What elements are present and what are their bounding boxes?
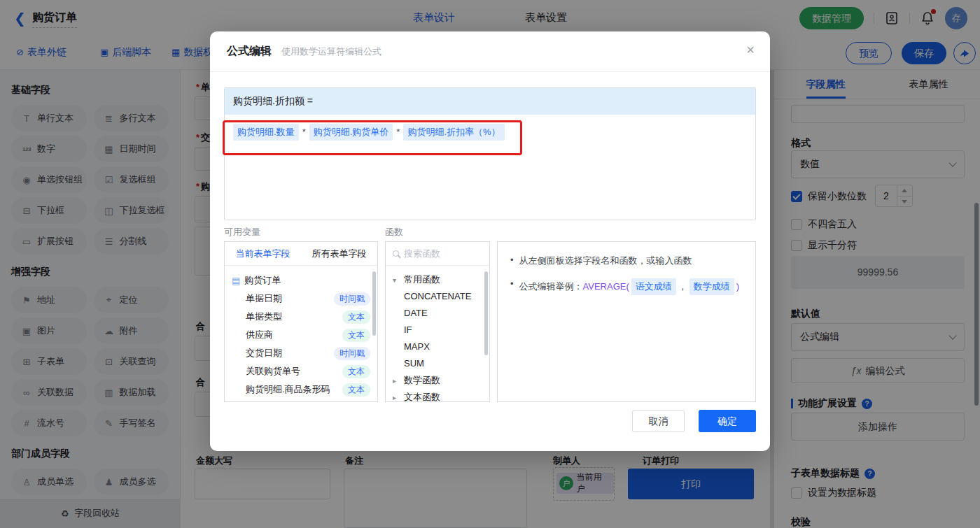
close-icon[interactable]: × (746, 43, 755, 57)
variable-type-badge: 时间戳 (334, 347, 370, 360)
function-search[interactable] (386, 242, 489, 266)
document-icon: ▤ (232, 276, 240, 286)
tab-all-form-fields[interactable]: 所有表单字段 (301, 242, 377, 265)
variables-tabs: 当前表单字段 所有表单字段 (225, 242, 377, 266)
confirm-button[interactable]: 确定 (699, 410, 756, 432)
function-search-input[interactable] (404, 248, 482, 259)
variables-label: 可用变量 (224, 226, 260, 238)
function-item[interactable]: SUM (393, 355, 482, 372)
operator: * (396, 127, 400, 137)
formula-target: 购货明细.折扣额 = (225, 88, 755, 115)
search-icon (393, 250, 399, 257)
functions-scrollbar[interactable] (484, 271, 488, 355)
example-field-chip: 数学成绩 (690, 278, 734, 295)
example-function-name: AVERAGE( (583, 281, 629, 292)
function-group[interactable]: ▸数学函数 (393, 372, 482, 389)
function-group[interactable]: ▾常用函数 (393, 271, 482, 288)
form-root-node[interactable]: ▤ 购货订单 (232, 271, 370, 290)
function-group-name: 常用函数 (404, 273, 440, 286)
function-group-name: 数学函数 (404, 374, 440, 387)
variable-field-row[interactable]: 购货明细.商品条形码文本 (232, 380, 370, 399)
formula-token[interactable]: 购货明细.数量 (233, 124, 299, 141)
modal-title: 公式编辑 (227, 44, 272, 59)
variables-panel: 当前表单字段 所有表单字段 ▤ 购货订单 单据日期时间戳单据类型文本供应商文本交… (224, 241, 378, 402)
formula-token[interactable]: 购货明细.折扣率（%） (403, 124, 504, 141)
chevron-down-icon: ▾ (393, 276, 400, 284)
chevron-right-icon: ▸ (393, 377, 400, 385)
variable-rows: 单据日期时间戳单据类型文本供应商文本交货日期时间戳关联购货单号文本购货明细.商品… (232, 290, 370, 399)
modal-subtitle: 使用数学运算符编辑公式 (281, 45, 382, 58)
variable-type-badge: 文本 (342, 383, 370, 397)
functions-label: 函数 (385, 226, 403, 238)
variable-name: 单据类型 (246, 311, 282, 323)
variable-type-badge: 时间戳 (334, 292, 370, 306)
formula-editor-modal: 公式编辑 使用数学运算符编辑公式 × 购货明细.折扣额 = 购货明细.数量*购货… (210, 31, 770, 451)
operator: * (302, 127, 306, 137)
variable-type-badge: 文本 (342, 329, 370, 342)
tip-line-2: 公式编辑举例：AVERAGE(语文成绩，数学成绩) (507, 278, 746, 295)
tips-panel: 从左侧面板选择字段名和函数，或输入函数 公式编辑举例：AVERAGE(语文成绩，… (497, 241, 756, 402)
cancel-button[interactable]: 取消 (632, 410, 685, 432)
example-args: 语文成绩，数学成绩 (629, 281, 736, 292)
formula-token[interactable]: 购货明细.购货单价 (309, 124, 393, 141)
variable-field-row[interactable]: 单据日期时间戳 (232, 290, 370, 308)
example-comma: ， (678, 281, 687, 292)
function-item[interactable]: IF (393, 322, 482, 338)
variable-name: 购货明细.商品条形码 (246, 383, 330, 396)
variable-field-row[interactable]: 供应商文本 (232, 326, 370, 344)
tab-current-form-fields[interactable]: 当前表单字段 (225, 242, 301, 265)
function-group-name: 文本函数 (404, 391, 440, 402)
example-field-chip: 语文成绩 (631, 278, 676, 295)
variable-field-row[interactable]: 单据类型文本 (232, 308, 370, 326)
modal-header: 公式编辑 使用数学运算符编辑公式 × (210, 31, 770, 72)
variable-type-badge: 文本 (342, 365, 370, 378)
variable-name: 单据日期 (246, 292, 282, 305)
variable-field-row[interactable]: 关联购货单号文本 (232, 362, 370, 380)
functions-tree: ▾常用函数CONCATENATEDATEIFMAPXSUM▸数学函数▸文本函数 (386, 266, 489, 402)
app-root: ❮ 购货订单 表单设计 表单设置 数据管理 存 ⊘表单外链 ▣后端脚本 ▦数据权… (0, 0, 980, 528)
tip-line-1: 从左侧面板选择字段名和函数，或输入函数 (507, 255, 746, 267)
formula-token-line: 购货明细.数量*购货明细.购货单价*购货明细.折扣率（%） (231, 124, 749, 141)
variables-tree: ▤ 购货订单 单据日期时间戳单据类型文本供应商文本交货日期时间戳关联购货单号文本… (225, 266, 377, 402)
functions-panel: ▾常用函数CONCATENATEDATEIFMAPXSUM▸数学函数▸文本函数 (385, 241, 490, 402)
variable-name: 供应商 (246, 329, 273, 341)
function-item[interactable]: CONCATENATE (393, 288, 482, 305)
formula-editor-box: 购货明细.折扣额 = 购货明细.数量*购货明细.购货单价*购货明细.折扣率（%） (224, 87, 756, 220)
function-group[interactable]: ▸文本函数 (393, 389, 482, 402)
variable-type-badge: 文本 (342, 311, 370, 324)
function-item[interactable]: MAPX (393, 338, 482, 355)
variable-name: 关联购货单号 (246, 365, 300, 378)
variable-name: 交货日期 (246, 347, 282, 359)
formula-input-area[interactable]: 购货明细.数量*购货明细.购货单价*购货明细.折扣率（%） (225, 115, 755, 150)
function-item[interactable]: DATE (393, 305, 482, 322)
modal-footer: 取消 确定 (632, 410, 756, 432)
variable-field-row[interactable]: 交货日期时间戳 (232, 344, 370, 362)
chevron-right-icon: ▸ (393, 394, 400, 401)
variables-scrollbar[interactable] (372, 271, 376, 336)
